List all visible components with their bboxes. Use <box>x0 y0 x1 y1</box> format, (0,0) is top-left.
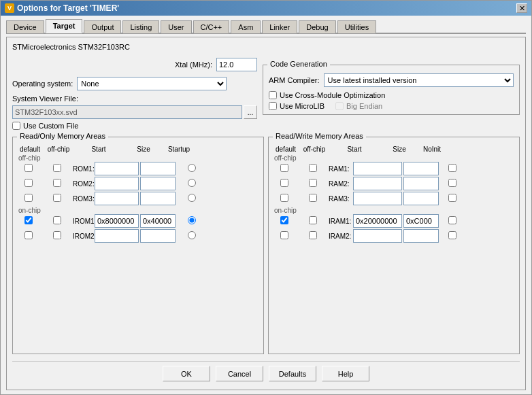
cancel-button[interactable]: Cancel <box>216 366 263 381</box>
irom2-startup-radio[interactable] <box>188 231 196 239</box>
ram2-default-check[interactable] <box>280 179 288 187</box>
device-name: STMicroelectronics STM32F103RC <box>12 43 520 51</box>
irom2-label: IROM2: <box>73 233 93 240</box>
rom3-startup-radio[interactable] <box>188 194 196 202</box>
col-default-rw: default <box>273 145 299 153</box>
rom3-offchip-check[interactable] <box>53 194 61 202</box>
ram2-noinit-check[interactable] <box>448 179 456 187</box>
rom2-start[interactable] <box>95 177 139 190</box>
custom-file-checkbox[interactable] <box>12 122 20 130</box>
compiler-row: ARM Compiler: Use latest installed versi… <box>269 73 514 87</box>
iram2-offchip-check[interactable] <box>309 231 317 239</box>
col-startup-ro: Startup <box>164 145 194 153</box>
rom1-size[interactable] <box>140 162 176 175</box>
iram1-noinit-check[interactable] <box>448 216 456 224</box>
ram3-offchip-check[interactable] <box>309 194 317 202</box>
rom1-label: ROM1: <box>73 165 93 173</box>
tab-linker[interactable]: Linker <box>262 20 297 33</box>
content-area: Device Target Output Listing User C/C++ … <box>1 16 531 394</box>
ram3-label: RAM3: <box>329 195 352 203</box>
ram3-start[interactable] <box>353 192 402 205</box>
col-size-ro: Size <box>124 145 163 153</box>
iram1-offchip-check[interactable] <box>309 216 317 224</box>
rom2-default-check[interactable] <box>24 179 33 187</box>
left-config: Xtal (MHz): Operating system: None Syste… <box>12 58 257 130</box>
ram2-row: RAM2: <box>271 177 516 190</box>
ram1-noinit-check[interactable] <box>448 164 456 172</box>
ok-button[interactable]: OK <box>163 366 210 381</box>
tab-listing[interactable]: Listing <box>122 20 159 33</box>
ram3-size[interactable] <box>403 192 439 205</box>
compiler-select[interactable]: Use latest installed version <box>324 73 514 87</box>
tab-user[interactable]: User <box>161 20 191 33</box>
irom2-default-check[interactable] <box>24 231 33 239</box>
rom2-startup-radio[interactable] <box>188 179 196 187</box>
window-title: Options for Target 'TIMER' <box>17 3 119 13</box>
irom1-start[interactable] <box>95 214 139 228</box>
cross-module-label: Use Cross-Module Optimization <box>280 91 385 99</box>
readwrite-legend: Read/Write Memory Areas <box>273 132 366 140</box>
ram1-default-check[interactable] <box>280 164 288 172</box>
microlib-checkbox[interactable] <box>269 102 277 110</box>
irom1-default-check[interactable] <box>24 216 33 224</box>
custom-file-label: Use Custom File <box>23 122 78 130</box>
tab-utilities[interactable]: Utilities <box>337 20 376 33</box>
rom3-default-check[interactable] <box>24 194 33 202</box>
xtal-input[interactable] <box>216 58 257 71</box>
iram1-default-check[interactable] <box>280 216 288 224</box>
defaults-button[interactable]: Defaults <box>269 366 316 381</box>
tab-output[interactable]: Output <box>84 20 121 33</box>
ram3-noinit-check[interactable] <box>448 194 456 202</box>
tab-device[interactable]: Device <box>6 20 44 33</box>
col-offchip-ro: off-chip <box>44 145 73 153</box>
rom3-start[interactable] <box>95 192 139 205</box>
tab-debug[interactable]: Debug <box>299 20 335 33</box>
irom1-startup-radio[interactable] <box>188 216 196 224</box>
rom3-size[interactable] <box>140 192 176 205</box>
ram3-default-check[interactable] <box>280 194 288 202</box>
title-bar: V Options for Target 'TIMER' ✕ <box>1 1 531 16</box>
irom2-start[interactable] <box>95 229 139 243</box>
iram2-start[interactable] <box>353 229 402 243</box>
irom1-row: IROM1: <box>16 214 261 228</box>
rom2-offchip-check[interactable] <box>53 179 61 187</box>
big-endian-checkbox[interactable] <box>335 102 344 110</box>
tab-cpp[interactable]: C/C++ <box>193 20 230 33</box>
app-icon: V <box>5 3 14 13</box>
ram1-size[interactable] <box>403 162 439 175</box>
offchip-label-ro: off-chip <box>16 154 261 162</box>
ram1-offchip-check[interactable] <box>309 164 317 172</box>
irom1-size[interactable] <box>140 214 176 228</box>
iram2-label: IRAM2: <box>329 233 352 240</box>
iram1-start[interactable] <box>353 214 402 228</box>
tab-asm[interactable]: Asm <box>231 20 261 33</box>
rom1-offchip-check[interactable] <box>53 164 61 172</box>
rom2-size[interactable] <box>140 177 176 190</box>
iram1-size[interactable] <box>403 214 439 228</box>
irom2-size[interactable] <box>140 229 176 243</box>
ram2-label: RAM2: <box>329 180 352 188</box>
iram2-default-check[interactable] <box>280 231 288 239</box>
rom1-start[interactable] <box>95 162 139 175</box>
svd-input[interactable] <box>12 105 242 119</box>
help-button[interactable]: Help <box>322 366 369 381</box>
ram2-offchip-check[interactable] <box>309 179 317 187</box>
readwrite-memory-box: Read/Write Memory Areas default off-chip… <box>268 137 520 354</box>
tab-target[interactable]: Target <box>46 19 83 33</box>
readonly-legend: Read/Only Memory Areas <box>17 132 108 140</box>
cross-module-checkbox[interactable] <box>269 91 277 99</box>
irom2-offchip-check[interactable] <box>53 231 61 239</box>
iram2-size[interactable] <box>403 229 439 243</box>
os-select[interactable]: None <box>77 77 227 90</box>
close-button[interactable]: ✕ <box>516 3 527 13</box>
ram2-size[interactable] <box>403 177 439 190</box>
ram2-start[interactable] <box>353 177 402 190</box>
irom1-offchip-check[interactable] <box>53 216 61 224</box>
rom1-startup-radio[interactable] <box>188 164 196 172</box>
iram2-noinit-check[interactable] <box>448 231 456 239</box>
ram1-start[interactable] <box>353 162 402 175</box>
svd-browse-button[interactable]: ... <box>244 105 257 119</box>
os-label: Operating system: <box>12 80 73 88</box>
rom1-default-check[interactable] <box>24 164 33 172</box>
big-endian-row: Big Endian <box>335 102 382 110</box>
